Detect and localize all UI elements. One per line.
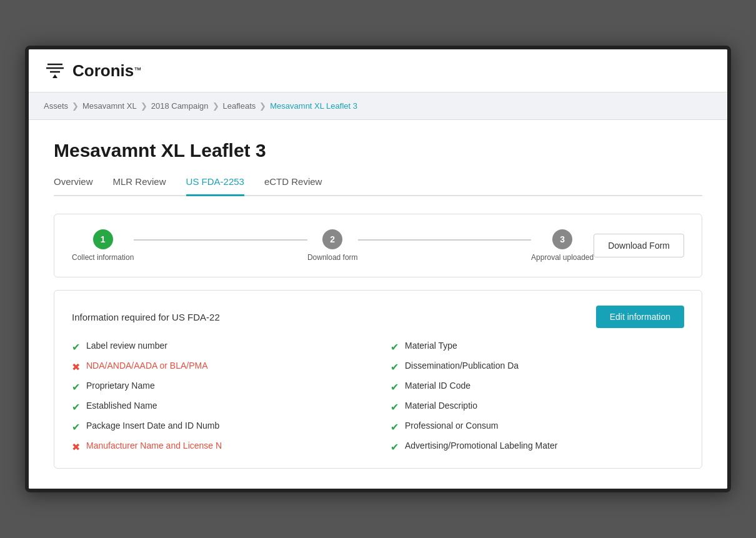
field-material-type-text: Material Type — [405, 341, 457, 351]
x-icon-manufacturer: ✖ — [72, 441, 80, 453]
breadcrumb-item-leafleats[interactable]: Leafleats — [223, 101, 256, 111]
field-established: ✔ Established Name — [72, 401, 366, 413]
field-package: ✔ Package Insert Date and ID Numb — [72, 421, 366, 433]
check-icon-dissemination: ✔ — [390, 361, 399, 373]
coronis-logo-icon — [44, 59, 66, 82]
check-icon-material-id: ✔ — [390, 381, 399, 393]
info-card-header: Information required for US FDA-22 Edit … — [72, 306, 684, 328]
field-label-review: ✔ Label review number — [72, 341, 366, 353]
field-material-desc-text: Material Descriptio — [405, 401, 477, 411]
check-icon-material-type: ✔ — [390, 341, 399, 353]
field-proprietary-text: Proprietary Name — [86, 381, 155, 391]
step-1-label: Collect information — [72, 253, 134, 262]
breadcrumb-sep-3: ❯ — [212, 101, 219, 111]
tab-mlr-review[interactable]: MLR Review — [113, 176, 166, 196]
field-professional: ✔ Professional or Consum — [390, 421, 684, 433]
step-2: 2 Download form — [307, 229, 358, 262]
browser-window: Coronis™ Assets ❯ Mesavamnt XL ❯ 2018 Ca… — [25, 46, 731, 492]
breadcrumb-sep-2: ❯ — [141, 101, 147, 111]
step-3-label: Approval uploaded — [531, 253, 594, 262]
step-1: 1 Collect information — [72, 229, 134, 262]
field-manufacturer-text: Manufacturer Name and License N — [86, 441, 222, 451]
tab-usfda-2253[interactable]: US FDA-2253 — [186, 176, 244, 196]
edit-information-button[interactable]: Edit information — [596, 306, 684, 328]
check-icon-package: ✔ — [72, 421, 80, 433]
info-card-title: Information required for US FDA-22 — [72, 312, 220, 322]
download-form-button[interactable]: Download Form — [594, 234, 684, 257]
check-icon-material-desc: ✔ — [390, 401, 399, 413]
field-professional-text: Professional or Consum — [405, 421, 498, 431]
field-dissemination: ✔ Dissemination/Publication Da — [390, 361, 684, 373]
breadcrumb-item-campaign[interactable]: 2018 Campaign — [151, 101, 209, 111]
breadcrumb-sep-4: ❯ — [259, 101, 266, 111]
field-proprietary: ✔ Proprietary Name — [72, 381, 366, 393]
app-header: Coronis™ — [29, 49, 727, 92]
fields-right: ✔ Material Type ✔ Dissemination/Publicat… — [390, 341, 684, 453]
step-1-circle: 1 — [93, 229, 113, 249]
x-icon-nda: ✖ — [72, 361, 80, 373]
field-advertising: ✔ Advertising/Promotional Labeling Mater — [390, 441, 684, 453]
field-advertising-text: Advertising/Promotional Labeling Mater — [405, 441, 557, 451]
step-line-2 — [358, 239, 532, 241]
steps-row: 1 Collect information 2 Download form 3 … — [72, 229, 594, 262]
step-line-1 — [134, 239, 307, 241]
field-nda-text: NDA/ANDA/AADA or BLA/PMA — [86, 361, 208, 371]
field-label-review-text: Label review number — [86, 341, 167, 351]
svg-marker-3 — [52, 74, 57, 78]
page-title: Mesavamnt XL Leaflet 3 — [54, 140, 702, 161]
info-fields-grid: ✔ Label review number ✖ NDA/ANDA/AADA or… — [72, 341, 684, 453]
check-icon-proprietary: ✔ — [72, 381, 80, 393]
breadcrumb-item-mesavamnt[interactable]: Mesavamnt XL — [82, 101, 137, 111]
breadcrumb: Assets ❯ Mesavamnt XL ❯ 2018 Campaign ❯ … — [29, 92, 727, 120]
field-package-text: Package Insert Date and ID Numb — [86, 421, 219, 431]
field-dissemination-text: Dissemination/Publication Da — [405, 361, 519, 371]
breadcrumb-item-assets[interactable]: Assets — [44, 101, 68, 111]
logo-container: Coronis™ — [44, 59, 141, 82]
step-2-circle: 2 — [322, 229, 342, 249]
check-icon-established: ✔ — [72, 401, 80, 413]
check-icon-professional: ✔ — [390, 421, 399, 433]
field-material-type: ✔ Material Type — [390, 341, 684, 353]
breadcrumb-item-leaflet3[interactable]: Mesavamnt XL Leaflet 3 — [270, 101, 357, 111]
field-material-id: ✔ Material ID Code — [390, 381, 684, 393]
check-icon-advertising: ✔ — [390, 441, 399, 453]
step-3: 3 Approval uploaded — [531, 229, 594, 262]
tab-ectd-review[interactable]: eCTD Review — [264, 176, 322, 196]
fields-left: ✔ Label review number ✖ NDA/ANDA/AADA or… — [72, 341, 366, 453]
info-card: Information required for US FDA-22 Edit … — [54, 290, 702, 469]
field-material-desc: ✔ Material Descriptio — [390, 401, 684, 413]
field-material-id-text: Material ID Code — [405, 381, 470, 391]
field-manufacturer: ✖ Manufacturer Name and License N — [72, 441, 366, 453]
breadcrumb-sep-1: ❯ — [72, 101, 79, 111]
field-nda: ✖ NDA/ANDA/AADA or BLA/PMA — [72, 361, 366, 373]
step-3-circle: 3 — [552, 229, 572, 249]
step-2-label: Download form — [307, 253, 358, 262]
logo-text: Coronis™ — [72, 61, 141, 81]
steps-card: 1 Collect information 2 Download form 3 … — [54, 214, 702, 277]
check-icon-label-review: ✔ — [72, 341, 80, 353]
tab-overview[interactable]: Overview — [54, 176, 93, 196]
main-content: Mesavamnt XL Leaflet 3 Overview MLR Revi… — [29, 120, 727, 489]
tabs-container: Overview MLR Review US FDA-2253 eCTD Rev… — [54, 176, 702, 196]
field-established-text: Established Name — [86, 401, 157, 411]
